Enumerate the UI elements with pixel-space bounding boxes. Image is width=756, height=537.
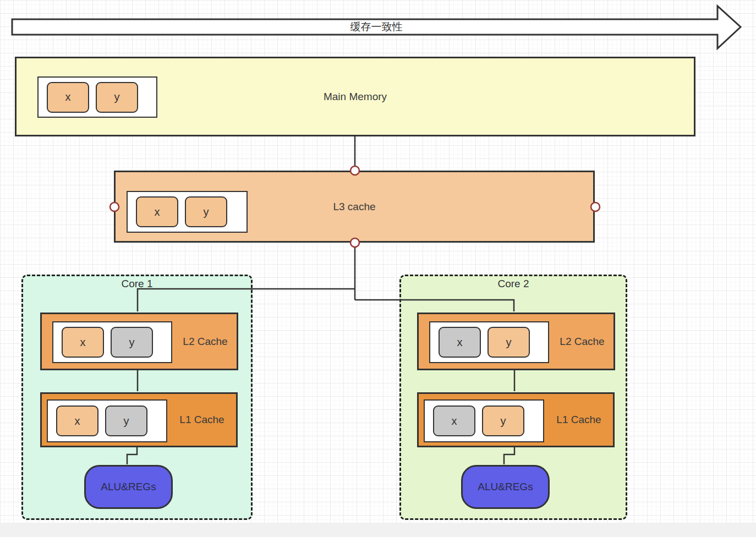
core2-group[interactable]: Core 2 x y L2 Cache x y L1 Cache ALU&REG…	[399, 275, 627, 520]
l3-connection-point-top[interactable]	[350, 166, 359, 175]
core2-l2-cell-x[interactable]: x	[439, 327, 481, 358]
core1-l2-cell-y[interactable]: y	[111, 327, 153, 358]
core1-l2-cell-x[interactable]: x	[62, 327, 104, 358]
core2-l2-cell-y[interactable]: y	[487, 327, 530, 358]
core2-l1-cell-tray[interactable]: x y	[424, 399, 544, 442]
core2-title: Core 2	[401, 278, 626, 290]
l3-cache-cell-x[interactable]: x	[136, 196, 178, 227]
core1-l1-cell-x[interactable]: x	[56, 406, 98, 436]
core1-title: Core 1	[23, 278, 251, 290]
l3-cache-box[interactable]: L3 cache x y	[114, 171, 595, 243]
core1-alu-regs-box[interactable]: ALU&REGs	[84, 465, 173, 509]
main-memory-cell-y[interactable]: y	[96, 82, 138, 113]
core1-l2-cache-box[interactable]: x y L2 Cache	[40, 313, 238, 370]
l3-cache-cell-y[interactable]: y	[185, 196, 227, 227]
core2-l2-cell-tray[interactable]: x y	[429, 321, 549, 363]
main-memory-cell-x[interactable]: x	[47, 82, 89, 113]
core2-l2-label: L2 Cache	[551, 314, 613, 369]
l3-connection-point-right[interactable]	[591, 202, 600, 211]
core2-l1-label: L1 Cache	[545, 394, 613, 446]
core1-l1-cell-y[interactable]: y	[105, 406, 147, 436]
core1-l2-label: L2 Cache	[174, 314, 237, 369]
core1-l1-cache-box[interactable]: x y L1 Cache	[40, 392, 238, 447]
core1-l1-cell-tray[interactable]: x y	[47, 399, 167, 442]
cache-coherence-arrow-label: 缓存一致性	[12, 19, 741, 35]
l3-connection-point-left[interactable]	[110, 202, 119, 211]
core1-group[interactable]: Core 1 x y L2 Cache x y L1 Cache ALU&REG…	[21, 275, 253, 520]
core1-l2-cell-tray[interactable]: x y	[52, 321, 172, 363]
core2-l1-cell-x[interactable]: x	[433, 406, 475, 436]
l3-cache-cell-tray[interactable]: x y	[127, 191, 248, 233]
core1-l1-label: L1 Cache	[168, 394, 236, 446]
diagram-canvas[interactable]: Main Memory x y L3 cache x y Core 1 x y …	[0, 0, 756, 537]
core2-l1-cache-box[interactable]: x y L1 Cache	[417, 392, 615, 447]
core2-l1-cell-y[interactable]: y	[482, 406, 524, 436]
core2-l2-cache-box[interactable]: x y L2 Cache	[417, 313, 615, 370]
main-memory-cell-tray[interactable]: x y	[37, 76, 157, 118]
main-memory-box[interactable]: Main Memory x y	[15, 57, 695, 136]
core2-alu-regs-box[interactable]: ALU&REGs	[461, 465, 550, 509]
l3-connection-point-bottom[interactable]	[350, 238, 359, 247]
bottom-edge-strip	[0, 523, 756, 537]
